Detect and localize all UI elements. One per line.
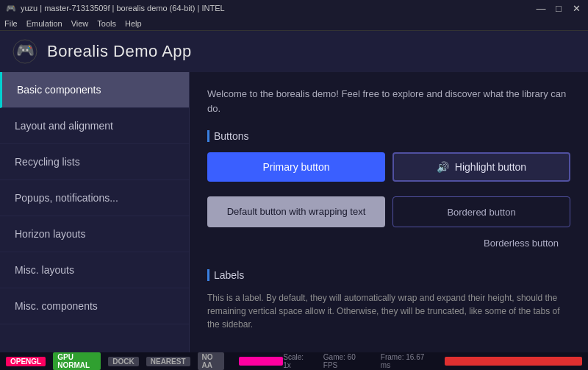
svg-text:🎮: 🎮: [16, 41, 35, 59]
status-bar: OPENGL GPU NORMAL DOCK NEAREST NO AA Sca…: [0, 352, 588, 370]
close-button[interactable]: ✕: [570, 2, 582, 14]
app-title: Borealis Demo App: [47, 42, 192, 61]
menu-bar: File Emulation View Tools Help: [0, 16, 588, 31]
bordered-button[interactable]: Bordered button: [392, 196, 570, 227]
maximize-button[interactable]: □: [553, 2, 564, 14]
section-accent-icon: [207, 130, 209, 142]
noaa-badge: NO AA: [198, 352, 225, 370]
buttons-label: Buttons: [214, 130, 248, 142]
frame-text: Frame: 16.67 ms: [381, 353, 433, 369]
sidebar-item-layout-alignment[interactable]: Layout and alignment: [0, 108, 189, 144]
borderless-row: Borderless button: [207, 232, 570, 255]
dock-badge: DOCK: [108, 357, 138, 366]
sidebar-item-misc-layouts[interactable]: Misc. layouts: [0, 252, 189, 288]
section-accent-labels-icon: [207, 269, 209, 281]
default-wrap-button[interactable]: Default button with wrapping text: [207, 196, 385, 227]
borealis-logo: 🎮: [12, 38, 38, 65]
highlight-icon: 🔊: [437, 161, 449, 173]
menu-help[interactable]: Help: [125, 19, 142, 28]
status-bars: [239, 357, 283, 366]
sidebar-item-basic-components[interactable]: Basic components: [0, 72, 189, 108]
content-area: Welcome to the borealis demo! Feel free …: [190, 72, 588, 352]
buttons-row2: Default button with wrapping text Border…: [207, 196, 570, 227]
highlight-button[interactable]: 🔊 Highlight button: [392, 152, 570, 182]
buttons-row1: Primary button 🔊 Highlight button: [207, 152, 570, 182]
nearest-badge: NEAREST: [146, 357, 190, 366]
sidebar-item-horizon-layouts[interactable]: Horizon layouts: [0, 216, 189, 252]
menu-file[interactable]: File: [4, 19, 18, 28]
title-bar-left: 🎮 yuzu | master-71313509f | borealis dem…: [6, 3, 225, 13]
pink-bar: [239, 357, 283, 366]
status-right-area: Scale: 1x Game: 60 FPS Frame: 16.67 ms: [283, 353, 582, 369]
menu-view[interactable]: View: [71, 19, 89, 28]
sidebar-item-popups-notifications[interactable]: Popups, notifications...: [0, 180, 189, 216]
labels-label: Labels: [214, 269, 244, 281]
opengl-badge: OPENGL: [6, 357, 46, 366]
label-description: This is a label. By default, they will a…: [207, 291, 570, 331]
sidebar-item-misc-components[interactable]: Misc. components: [0, 288, 189, 324]
sidebar: Basic components Layout and alignment Re…: [0, 72, 190, 352]
window-controls[interactable]: — □ ✕: [535, 2, 582, 14]
red-bar: [445, 357, 582, 366]
status-left: OPENGL GPU NORMAL DOCK NEAREST NO AA: [6, 352, 283, 370]
main-layout: Basic components Layout and alignment Re…: [0, 72, 588, 352]
welcome-text: Welcome to the borealis demo! Feel free …: [207, 87, 570, 115]
fps-text: Game: 60 FPS: [323, 353, 369, 369]
minimize-button[interactable]: —: [535, 2, 547, 14]
app-header: 🎮 Borealis Demo App: [0, 31, 588, 72]
scale-text: Scale: 1x: [283, 353, 312, 369]
borderless-button[interactable]: Borderless button: [472, 232, 570, 255]
menu-tools[interactable]: Tools: [97, 19, 116, 28]
buttons-section-header: Buttons: [207, 130, 570, 142]
labels-section-header: Labels: [207, 269, 570, 281]
sidebar-item-recycling-lists[interactable]: Recycling lists: [0, 144, 189, 180]
gpu-badge: GPU NORMAL: [53, 352, 101, 370]
title-bar: 🎮 yuzu | master-71313509f | borealis dem…: [0, 0, 588, 16]
menu-emulation[interactable]: Emulation: [26, 19, 62, 28]
title-bar-text: yuzu | master-71313509f | borealis demo …: [21, 4, 225, 13]
app-icon: 🎮: [6, 3, 16, 13]
primary-button[interactable]: Primary button: [207, 152, 385, 182]
